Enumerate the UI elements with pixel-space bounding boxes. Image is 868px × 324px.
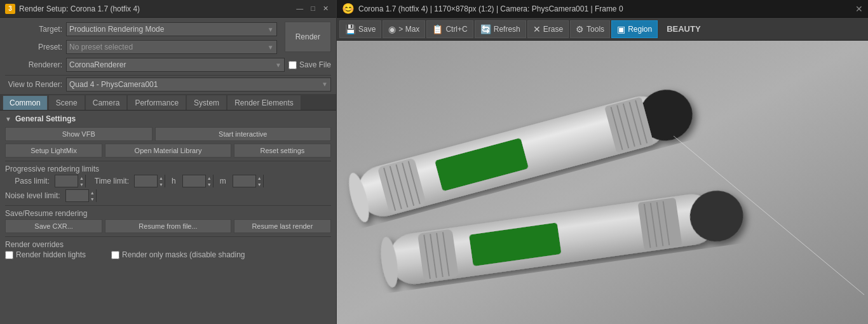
tabs-bar: Common Scene Camera Performance System R… <box>0 94 336 111</box>
preset-dropdown-arrow: ▼ <box>268 44 274 51</box>
time-h-down[interactable]: ▼ <box>157 181 165 187</box>
noise-level-input[interactable]: 0,0 <box>66 192 88 199</box>
noise-level-up[interactable]: ▲ <box>88 189 96 196</box>
svg-rect-21 <box>417 229 459 281</box>
divider-3 <box>5 236 331 237</box>
time-m-spinner[interactable]: 0 ▲ ▼ <box>182 175 214 187</box>
pass-limit-down[interactable]: ▼ <box>78 181 85 187</box>
erase-label: Erase <box>543 25 563 34</box>
refresh-label: Refresh <box>494 25 520 34</box>
noise-level-spinner[interactable]: 0,0 ▲ ▼ <box>65 189 97 202</box>
time-m-arrows: ▲ ▼ <box>205 175 213 187</box>
target-label: Target: <box>5 25 62 34</box>
pass-limit-label: Pass limit: <box>5 177 50 186</box>
main-layout: 3 Render Setup: Corona 1.7 (hotfix 4) — … <box>0 0 868 324</box>
titlebar-controls: — □ ✕ <box>294 4 331 13</box>
time-h-up[interactable]: ▲ <box>157 175 165 181</box>
start-interactive-button[interactable]: Start interactive <box>155 127 331 141</box>
save-file-checkbox[interactable] <box>288 61 297 69</box>
vfb-refresh-button[interactable]: 🔄 Refresh <box>475 20 526 38</box>
tab-system[interactable]: System <box>187 95 226 110</box>
open-material-library-button[interactable]: Open Material Library <box>105 144 231 158</box>
content-area: ▼ General Settings Show VFB Start intera… <box>0 111 336 324</box>
divider-2 <box>5 205 331 206</box>
general-settings-header: ▼ General Settings <box>5 114 331 123</box>
time-s-input[interactable]: 0 <box>233 177 255 185</box>
show-vfb-button[interactable]: Show VFB <box>5 127 153 141</box>
view-dropdown[interactable]: Quad 4 - PhysCamera001 ▼ <box>66 78 331 91</box>
render-hidden-lights-label: Render hidden lights <box>5 250 86 259</box>
reset-settings-button[interactable]: Reset settings <box>234 144 331 158</box>
time-m-down[interactable]: ▼ <box>205 181 213 187</box>
vfb-max-button[interactable]: ◉ > Max <box>383 20 425 38</box>
resume-last-button[interactable]: Resume last render <box>234 219 331 233</box>
save-icon: 💾 <box>345 24 356 34</box>
pass-limit-row: Pass limit: 0 ▲ ▼ Time limit: 0 ▲ ▼ <box>5 175 331 187</box>
section-collapse-arrow[interactable]: ▼ <box>5 116 11 123</box>
vfb-titlebar: 😊 Corona 1.7 (hotfix 4) | 1170×878px (1:… <box>337 0 868 18</box>
render-viewport <box>337 41 868 324</box>
noise-level-label: Noise level limit: <box>5 191 60 200</box>
render-hidden-lights-checkbox[interactable] <box>5 251 13 259</box>
vfb-image-area <box>337 41 868 324</box>
tools-label: Tools <box>587 25 604 34</box>
pass-limit-up[interactable]: ▲ <box>78 175 85 181</box>
maximize-button[interactable]: □ <box>308 4 318 13</box>
target-row: Target: Production Rendering Mode ▼ <box>5 22 277 37</box>
render-setup-titlebar: 3 Render Setup: Corona 1.7 (hotfix 4) — … <box>0 0 336 18</box>
target-dropdown-arrow: ▼ <box>268 26 274 33</box>
vfb-erase-button[interactable]: ✕ Erase <box>527 20 569 38</box>
target-dropdown[interactable]: Production Rendering Mode ▼ <box>66 22 277 36</box>
minimize-button[interactable]: — <box>294 4 306 13</box>
setup-lightmix-button[interactable]: Setup LightMix <box>5 144 102 158</box>
renderer-value: CoronaRenderer <box>69 60 126 69</box>
tab-camera[interactable]: Camera <box>86 95 127 110</box>
resume-from-file-button[interactable]: Resume from file... <box>105 219 231 233</box>
vfb-save-button[interactable]: 💾 Save <box>339 20 381 38</box>
time-s-up[interactable]: ▲ <box>255 175 263 181</box>
time-h-arrows: ▲ ▼ <box>157 175 165 187</box>
preset-dropdown[interactable]: No preset selected ▼ <box>66 40 277 54</box>
view-to-render-row: View to Render: Quad 4 - PhysCamera001 ▼ <box>5 75 331 90</box>
target-value: Production Rendering Mode <box>69 25 164 34</box>
vfb-title-text: Corona 1.7 (hotfix 4) | 1170×878px (1:2)… <box>358 4 623 13</box>
pass-limit-spinner[interactable]: 0 ▲ ▼ <box>55 175 86 187</box>
copy-label: Ctrl+C <box>445 25 467 34</box>
noise-level-row: Noise level limit: 0,0 ▲ ▼ <box>5 189 331 202</box>
save-resume-row: Save CXR... Resume from file... Resume l… <box>5 219 331 233</box>
time-m-input[interactable]: 0 <box>183 177 205 185</box>
save-cxr-button[interactable]: Save CXR... <box>5 219 102 233</box>
time-h-input[interactable]: 0 <box>135 177 157 185</box>
time-s-spinner[interactable]: 0 ▲ ▼ <box>233 175 264 187</box>
tab-performance[interactable]: Performance <box>128 95 186 110</box>
vfb-close-button[interactable]: ✕ <box>855 4 863 14</box>
vfb-tools-button[interactable]: ⚙ Tools <box>570 20 610 38</box>
render-setup-panel: 3 Render Setup: Corona 1.7 (hotfix 4) — … <box>0 0 337 324</box>
tab-common[interactable]: Common <box>3 95 48 110</box>
copy-icon: 📋 <box>432 24 443 34</box>
view-dropdown-arrow: ▼ <box>322 81 328 88</box>
h-label: h <box>172 177 176 186</box>
save-resume-label: Save/Resume rendering <box>5 209 331 218</box>
preset-row: Preset: No preset selected ▼ <box>5 39 277 55</box>
tab-scene[interactable]: Scene <box>49 95 85 110</box>
noise-level-down[interactable]: ▼ <box>88 196 96 202</box>
pass-limit-input[interactable]: 0 <box>55 177 78 185</box>
m-label: m <box>220 177 226 186</box>
time-s-down[interactable]: ▼ <box>255 181 263 187</box>
save-label: Save <box>358 25 376 34</box>
vfb-panel: 😊 Corona 1.7 (hotfix 4) | 1170×878px (1:… <box>337 0 868 324</box>
close-button[interactable]: ✕ <box>320 4 331 13</box>
time-h-spinner[interactable]: 0 ▲ ▼ <box>134 175 165 187</box>
vfb-region-button[interactable]: ▣ Region <box>611 20 658 38</box>
vfb-copy-button[interactable]: 📋 Ctrl+C <box>426 20 473 38</box>
view-value: Quad 4 - PhysCamera001 <box>69 80 158 89</box>
time-m-up[interactable]: ▲ <box>205 175 213 181</box>
render-only-masks-checkbox[interactable] <box>111 251 119 259</box>
region-icon: ▣ <box>617 24 625 34</box>
tab-render-elements[interactable]: Render Elements <box>227 95 301 110</box>
vfb-toolbar: 💾 Save ◉ > Max 📋 Ctrl+C 🔄 Refresh ✕ Eras… <box>337 18 868 41</box>
renderer-dropdown[interactable]: CoronaRenderer ▼ <box>66 58 285 72</box>
render-button[interactable]: Render <box>285 22 331 52</box>
renderer-label: Renderer: <box>5 60 62 69</box>
